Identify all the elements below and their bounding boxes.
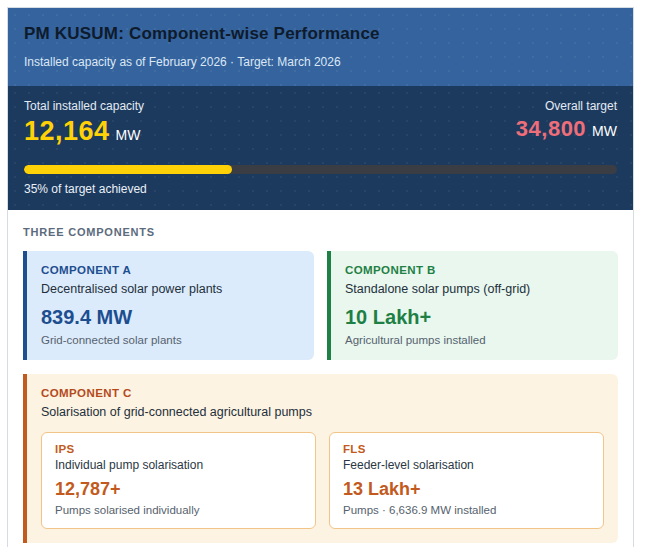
fls-title: FLS xyxy=(343,443,590,455)
fls-description: Feeder-level solarisation xyxy=(343,458,590,472)
component-c-title: COMPONENT C xyxy=(41,387,604,399)
overall-target-stat: Overall target 34,800 MW xyxy=(516,99,617,142)
component-b-description: Standalone solar pumps (off-grid) xyxy=(345,282,604,296)
progress-fill xyxy=(24,165,232,174)
ips-subcard: IPS Individual pump solarisation 12,787+… xyxy=(41,432,316,529)
ips-description: Individual pump solarisation xyxy=(55,458,302,472)
component-a-caption: Grid-connected solar plants xyxy=(41,334,300,346)
component-b-value: 10 Lakh+ xyxy=(345,306,604,329)
fls-subcard: FLS Feeder-level solarisation 13 Lakh+ P… xyxy=(329,432,604,529)
component-a-title: COMPONENT A xyxy=(41,264,300,276)
component-c-description: Solarisation of grid-connected agricultu… xyxy=(41,405,604,419)
ips-value: 12,787+ xyxy=(55,479,302,500)
ips-caption: Pumps solarised individually xyxy=(55,504,302,516)
ips-title: IPS xyxy=(55,443,302,455)
component-b-title: COMPONENT B xyxy=(345,264,604,276)
component-a-description: Decentralised solar power plants xyxy=(41,282,300,296)
installed-capacity-label: Total installed capacity xyxy=(24,99,144,113)
installed-capacity-stat: Total installed capacity 12,164 MW xyxy=(24,99,144,147)
overall-target-value-row: 34,800 MW xyxy=(516,116,617,142)
stats-band: Total installed capacity 12,164 MW Overa… xyxy=(8,86,633,210)
component-b-card: COMPONENT B Standalone solar pumps (off-… xyxy=(327,251,618,360)
overall-target-unit: MW xyxy=(592,123,617,139)
infographic-card: PM KUSUM: Component-wise Performance Ins… xyxy=(7,7,634,547)
components-row: COMPONENT A Decentralised solar power pl… xyxy=(23,251,618,360)
fls-caption: Pumps · 6,636.9 MW installed xyxy=(343,504,590,516)
stats-row: Total installed capacity 12,164 MW Overa… xyxy=(24,99,617,147)
component-b-caption: Agricultural pumps installed xyxy=(345,334,604,346)
component-c-card: COMPONENT C Solarisation of grid-connect… xyxy=(23,374,618,543)
fls-value: 13 Lakh+ xyxy=(343,479,590,500)
components-section-label: THREE COMPONENTS xyxy=(23,226,618,238)
header: PM KUSUM: Component-wise Performance Ins… xyxy=(8,8,633,86)
installed-capacity-unit: MW xyxy=(116,127,141,143)
page-title: PM KUSUM: Component-wise Performance xyxy=(24,24,617,44)
overall-target-value: 34,800 xyxy=(516,116,586,142)
overall-target-label: Overall target xyxy=(516,99,617,113)
installed-capacity-value: 12,164 xyxy=(24,116,110,147)
progress-track xyxy=(24,165,617,174)
progress-label: 35% of target achieved xyxy=(24,182,617,196)
component-a-value: 839.4 MW xyxy=(41,306,300,329)
installed-capacity-value-row: 12,164 MW xyxy=(24,116,144,147)
page-subtitle: Installed capacity as of February 2026 ·… xyxy=(24,55,617,69)
component-a-card: COMPONENT A Decentralised solar power pl… xyxy=(23,251,314,360)
component-c-subcards: IPS Individual pump solarisation 12,787+… xyxy=(41,432,604,529)
components-section: THREE COMPONENTS COMPONENT A Decentralis… xyxy=(8,210,633,547)
